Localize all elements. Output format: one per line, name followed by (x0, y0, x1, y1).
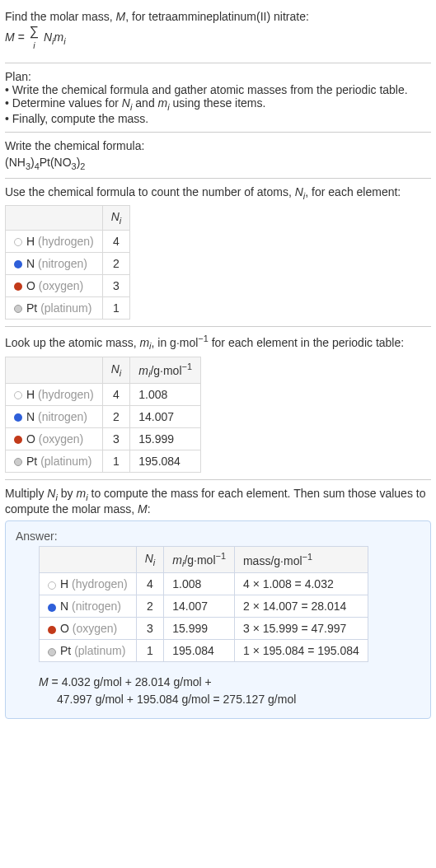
element-name: (oxygen) (73, 622, 117, 635)
text: Look up the atomic mass, (5, 336, 139, 349)
table-header-row: Ni mi/g·mol−1 (6, 357, 201, 383)
section-text: Look up the atomic mass, mi, in g·mol−1 … (5, 334, 431, 351)
count-section: Use the chemical formula to count the nu… (5, 179, 431, 328)
text: (NH (5, 156, 26, 169)
m-cell: 1.008 (164, 573, 235, 595)
element-symbol: Pt (26, 455, 37, 468)
answer-label: Answer: (16, 530, 420, 543)
sigma: ∑ (30, 24, 39, 38)
col-m: mi/g·mol−1 (130, 357, 201, 383)
element-cell: H (hydrogen) (40, 573, 137, 595)
element-symbol: H (26, 235, 35, 248)
var-m: m (54, 30, 63, 44)
n-cell: 3 (136, 618, 164, 640)
intro-section: Find the molar mass, M, for tetraamminep… (5, 3, 431, 63)
text: /g·mol (184, 553, 215, 567)
element-symbol: H (26, 388, 35, 401)
subscript-i: i (120, 368, 121, 378)
text: for each element in the periodic table: (209, 336, 404, 349)
n-cell: 2 (102, 253, 130, 275)
plan-bullet: • Finally, compute the mass. (5, 112, 431, 125)
element-symbol: Pt (60, 644, 71, 657)
mass-cell: 1 × 195.084 = 195.084 (234, 640, 368, 662)
m-cell: 195.084 (164, 640, 235, 662)
n-cell: 1 (136, 640, 164, 662)
element-symbol: N (26, 257, 35, 270)
subscript: 2 (80, 161, 85, 171)
element-symbol: O (60, 622, 69, 635)
element-name: (platinum) (40, 301, 91, 315)
table-row: Pt (platinum)1 (6, 297, 130, 320)
table-row: N (nitrogen)214.0072 × 14.007 = 28.014 (40, 595, 368, 618)
element-symbol: Pt (26, 301, 37, 315)
table-row: O (oxygen)315.999 (6, 428, 201, 450)
table-row: H (hydrogen)4 (6, 231, 130, 253)
element-swatch-icon (48, 581, 56, 590)
element-swatch-icon (48, 626, 56, 634)
table-header-row: Ni (6, 206, 130, 231)
m-cell: 1.008 (130, 384, 201, 406)
text: M = (5, 30, 28, 44)
element-swatch-icon (14, 238, 22, 246)
element-cell: Pt (platinum) (6, 450, 103, 473)
text: , for each element: (305, 185, 401, 198)
var-N: N (295, 185, 303, 198)
m-cell: 195.084 (130, 450, 201, 473)
text: , in g·mol (152, 336, 199, 349)
superscript: −1 (198, 334, 208, 343)
text: /g·mol (150, 363, 181, 376)
mass-cell: 3 × 15.999 = 47.997 (234, 618, 368, 640)
n-cell: 1 (102, 297, 130, 320)
n-cell: 4 (102, 384, 130, 406)
var-N: N (145, 552, 153, 565)
var-N: N (111, 362, 120, 376)
table-row: H (hydrogen)41.0084 × 1.008 = 4.032 (40, 573, 368, 595)
element-name: (hydrogen) (38, 235, 94, 248)
result-line2: 47.997 g/mol + 195.084 g/mol = 275.127 g… (39, 691, 420, 708)
element-symbol: N (26, 410, 35, 423)
element-swatch-icon (14, 282, 22, 291)
element-name: (oxygen) (39, 279, 83, 292)
subscript-i: i (120, 216, 121, 226)
n-cell: 1 (102, 450, 130, 473)
element-cell: Pt (platinum) (6, 297, 103, 320)
element-cell: N (nitrogen) (40, 595, 137, 618)
chemical-formula: (NH3)4Pt(NO3)2 (5, 156, 431, 171)
col-mass: mass/g·mol−1 (234, 546, 368, 572)
element-cell: O (oxygen) (6, 275, 103, 297)
element-name: (nitrogen) (72, 600, 121, 613)
mass-section: Look up the atomic mass, mi, in g·mol−1 … (5, 327, 431, 480)
var-m: m (158, 96, 168, 110)
element-swatch-icon (48, 648, 56, 656)
var-N: N (111, 210, 120, 223)
text: Pt(NO (40, 156, 72, 169)
section-text: Use the chemical formula to count the nu… (5, 185, 431, 201)
n-cell: 3 (102, 428, 130, 450)
superscript: −1 (302, 552, 312, 562)
element-symbol: N (60, 600, 68, 613)
plan-title: Plan: (5, 70, 431, 83)
superscript: −1 (216, 551, 226, 561)
m-cell: 15.999 (164, 618, 235, 640)
plan-bullet: • Write the chemical formula and gather … (5, 83, 431, 96)
m-cell: 15.999 (130, 428, 201, 450)
element-swatch-icon (14, 436, 22, 444)
var-M: M (116, 10, 126, 23)
table-row: H (hydrogen)41.008 (6, 384, 201, 406)
element-name: (hydrogen) (38, 388, 94, 401)
n-cell: 2 (102, 406, 130, 428)
var-N: N (47, 487, 55, 500)
answer-box: Answer: Ni mi/g·mol−1 mass/g·mol−1 H (hy… (5, 520, 431, 719)
text: mass/g·mol (243, 554, 302, 567)
text: = 4.032 g/mol + 28.014 g/mol + (49, 675, 212, 688)
subscript-i: i (63, 36, 65, 46)
var-m: m (138, 363, 148, 376)
element-symbol: O (26, 279, 35, 292)
element-swatch-icon (14, 260, 22, 268)
col-n: Ni (136, 546, 164, 572)
intro-line: Find the molar mass, M, for tetraamminep… (5, 10, 431, 23)
element-swatch-icon (48, 604, 56, 612)
m-cell: 14.007 (164, 595, 235, 618)
text: Use the chemical formula to count the nu… (5, 185, 295, 198)
table-header-row: Ni mi/g·mol−1 mass/g·mol−1 (40, 546, 368, 572)
